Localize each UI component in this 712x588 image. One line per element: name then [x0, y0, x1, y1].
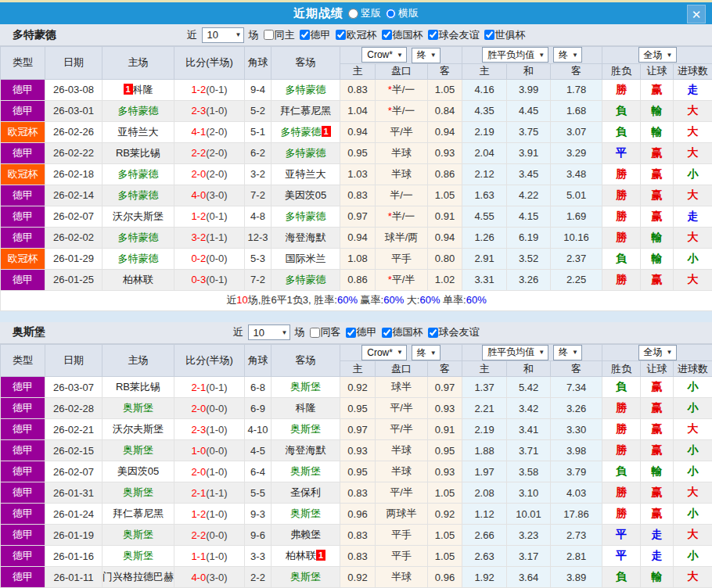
- corner-cell: 4-5: [245, 440, 271, 461]
- result-goals-cell: 大: [674, 185, 712, 206]
- odds-time-select[interactable]: 终▼: [412, 48, 441, 63]
- layout-radio-vertical[interactable]: 竖版: [348, 6, 381, 20]
- odds-source-header: Crow*▼终▼: [340, 344, 462, 361]
- same-venue-checkbox[interactable]: [264, 30, 274, 40]
- match-count-select[interactable]: 10 ▼: [202, 27, 244, 43]
- summary-row: 近10场,胜6平1负3, 胜率:60% 赢率:60% 大:60% 单率:60%: [1, 290, 712, 310]
- layout-radio-horizontal[interactable]: 横版: [386, 6, 419, 20]
- result-goals-cell: 小: [674, 440, 712, 461]
- league-filter[interactable]: 球会友谊: [428, 325, 480, 339]
- away-team-cell: 海登海默: [271, 227, 340, 248]
- live-star-icon: *: [388, 84, 392, 95]
- home-team-name: 奥斯堡: [123, 402, 153, 414]
- league-filter[interactable]: 世俱杯: [484, 28, 526, 42]
- sub-column-header: 盘口: [376, 63, 428, 79]
- avg-draw-cell: 3.64: [507, 567, 551, 588]
- table-header-row-1: 类型日期主场比分(半场)角球客场 Crow*▼终▼ 胜平负均值▼终▼ 全场▼: [1, 344, 712, 361]
- same-venue-filter[interactable]: 同主: [264, 28, 295, 42]
- away-team-cell: 海登海默: [271, 440, 340, 461]
- corner-cell: 5-5: [245, 482, 271, 504]
- odds-away-cell: 1.05: [428, 525, 462, 546]
- league-type-badge: 德甲: [1, 419, 45, 440]
- sub-column-header: 让球: [641, 361, 674, 377]
- result-goals-cell: 小: [674, 163, 712, 185]
- away-team-name: 多特蒙德: [286, 147, 326, 159]
- league-checkbox[interactable]: [382, 30, 392, 40]
- avg-type-select[interactable]: 胜平负均值▼: [482, 345, 548, 360]
- date-cell: 26-01-11: [45, 567, 102, 588]
- summary-segment: 60%: [383, 294, 404, 306]
- corner-cell: 6-8: [245, 377, 271, 398]
- corner-cell: 4-8: [245, 206, 271, 227]
- league-filter[interactable]: 球会友谊: [428, 28, 480, 42]
- same-venue-filter[interactable]: 同客: [310, 325, 341, 339]
- home-team-name: 科隆: [133, 84, 153, 95]
- result-wdl-cell: 勝: [602, 440, 641, 461]
- league-checkbox[interactable]: [300, 30, 310, 40]
- score-cell: 4-0(3-0): [174, 567, 245, 588]
- odds-time-select[interactable]: 终▼: [412, 345, 441, 360]
- sub-column-header: 进球数: [674, 361, 712, 377]
- odds-source-select-value: Crow*: [367, 347, 393, 358]
- avg-home-cell: 2.04: [462, 142, 507, 163]
- league-checkbox[interactable]: [336, 30, 346, 40]
- horizontal-radio-button[interactable]: [386, 9, 396, 19]
- match-row: 德甲 26-01-16 奥斯堡 1-1(1-0) 3-3 柏林联1 0.83 平…: [1, 546, 712, 567]
- odds-home-cell: 1.03: [340, 163, 376, 185]
- corner-cell: 3-3: [245, 546, 271, 567]
- league-checkbox[interactable]: [428, 328, 438, 338]
- league-filter[interactable]: 德甲: [346, 325, 377, 339]
- games-label: 场: [249, 28, 259, 42]
- period-select[interactable]: 全场▼: [638, 47, 677, 63]
- league-filter[interactable]: 欧冠杯: [336, 28, 377, 42]
- league-filter[interactable]: 德国杯: [382, 325, 423, 339]
- table-header-row-1: 类型日期主场比分(半场)角球客场 Crow*▼终▼ 胜平负均值▼终▼ 全场▼: [1, 47, 712, 64]
- away-team-name: 奥斯堡: [290, 571, 321, 583]
- close-button[interactable]: ✕: [687, 5, 706, 23]
- corner-cell: 7-2: [245, 185, 271, 206]
- avg-type-select[interactable]: 胜平负均值▼: [482, 47, 548, 63]
- sub-column-header: 进球数: [674, 63, 712, 79]
- odds-source-select[interactable]: Crow*▼: [361, 47, 407, 63]
- title-bar: 近期战绩 竖版 横版 ✕: [0, 0, 712, 24]
- league-checkbox[interactable]: [346, 328, 356, 338]
- avg-draw-cell: 3.58: [507, 461, 551, 482]
- same-venue-checkbox[interactable]: [310, 328, 320, 338]
- result-goals-cell: 小: [674, 504, 712, 525]
- match-row: 德甲 26-03-01 多特蒙德 2-3(1-0) 5-2 拜仁慕尼黑 1.04…: [1, 100, 712, 121]
- score-cell: 1-0(0-0): [174, 440, 245, 461]
- date-cell: 26-01-16: [45, 546, 102, 567]
- period-select-value: 全场: [644, 48, 663, 62]
- league-type-badge: 德甲: [1, 269, 45, 290]
- home-team-cell: 亚特兰大: [102, 121, 174, 142]
- away-team-name: 多特蒙德: [286, 210, 326, 222]
- avg-draw-cell: 3.41: [507, 419, 551, 440]
- odds-source-select[interactable]: Crow*▼: [361, 345, 407, 360]
- league-checkbox[interactable]: [428, 30, 438, 40]
- league-checkbox[interactable]: [484, 30, 494, 40]
- period-select[interactable]: 全场▼: [638, 345, 677, 360]
- column-header: 角球: [245, 344, 271, 377]
- avg-type-select-value: 胜平负均值: [487, 346, 534, 359]
- vertical-radio-button[interactable]: [348, 9, 358, 19]
- match-row: 欧冠杯 26-02-18 多特蒙德 2-0(2-0) 3-2 亚特兰大 1.03…: [1, 163, 712, 185]
- corner-cell: 9-6: [245, 525, 271, 546]
- avg-header: 胜平负均值▼终▼: [462, 344, 602, 361]
- league-filter[interactable]: 德甲: [300, 28, 331, 42]
- avg-time-select[interactable]: 终▼: [553, 47, 582, 63]
- score-cell: 1-2(0-1): [174, 206, 245, 227]
- result-handicap-cell: 赢: [641, 185, 674, 206]
- league-type-badge: 德甲: [1, 185, 45, 206]
- odds-away-cell: 0.93: [428, 398, 462, 419]
- league-filter[interactable]: 德国杯: [382, 28, 423, 42]
- result-goals-cell: 小: [674, 461, 712, 482]
- home-team-cell: 拜仁慕尼黑: [102, 504, 174, 525]
- avg-time-select[interactable]: 终▼: [553, 345, 582, 360]
- league-type-badge: 欧冠杯: [1, 163, 45, 185]
- league-checkbox[interactable]: [382, 328, 392, 338]
- odds-home-cell: 0.94: [340, 227, 376, 248]
- result-handicap-cell: 赢: [641, 269, 674, 290]
- odds-away-cell: 0.94: [428, 227, 462, 248]
- match-count-select[interactable]: 10 ▼: [248, 324, 290, 340]
- column-header: 角球: [245, 47, 271, 80]
